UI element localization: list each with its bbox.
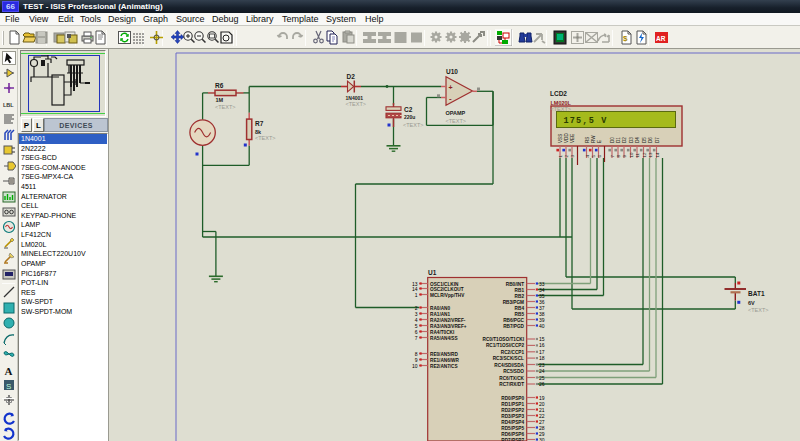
svg-text:220u: 220u xyxy=(404,114,415,120)
svg-text:<TEXT>: <TEXT> xyxy=(446,118,466,124)
svg-text:24: 24 xyxy=(539,368,545,374)
svg-text:D5: D5 xyxy=(642,137,647,143)
svg-text:RC4/SDI/SDA: RC4/SDI/SDA xyxy=(494,363,524,368)
svg-text:LCD2: LCD2 xyxy=(550,90,567,97)
svg-text:RD2/PSP2: RD2/PSP2 xyxy=(501,408,524,413)
svg-text:D2: D2 xyxy=(622,137,627,143)
svg-text:7: 7 xyxy=(415,335,418,341)
svg-text:RA3/AN3/VREF+: RA3/AN3/VREF+ xyxy=(430,324,467,329)
svg-text:RE2/AN7/CS: RE2/AN7/CS xyxy=(430,364,458,369)
svg-text:<TEXT>: <TEXT> xyxy=(403,122,423,128)
svg-text:175,5 V: 175,5 V xyxy=(564,116,608,126)
svg-text:RD3/PSP3: RD3/PSP3 xyxy=(501,414,524,419)
svg-text:MCLR/Vpp/THV: MCLR/Vpp/THV xyxy=(430,293,465,298)
svg-text:13: 13 xyxy=(648,152,653,157)
svg-text:-: - xyxy=(449,94,452,103)
svg-text:RC5/SDO: RC5/SDO xyxy=(503,369,524,374)
svg-text:10: 10 xyxy=(412,363,418,369)
svg-text:RC0/T1OSO/T1CKI: RC0/T1OSO/T1CKI xyxy=(483,337,524,342)
svg-text:RD5/PSP5: RD5/PSP5 xyxy=(501,426,524,431)
svg-text:RS: RS xyxy=(585,137,590,143)
svg-text:VSS: VSS xyxy=(558,134,563,143)
svg-text:<TEXT>: <TEXT> xyxy=(215,104,235,110)
svg-text:1: 1 xyxy=(415,292,418,298)
svg-text:E: E xyxy=(597,140,602,143)
svg-text:OPAMP: OPAMP xyxy=(446,110,466,116)
svg-text:LBL: LBL xyxy=(3,101,14,107)
svg-text:U10: U10 xyxy=(446,68,458,75)
svg-text:RC2/CCP1: RC2/CCP1 xyxy=(501,350,525,355)
svg-text:RA5/AN4/SS: RA5/AN4/SS xyxy=(430,336,458,341)
svg-text:12: 12 xyxy=(642,152,647,157)
svg-text:17: 17 xyxy=(539,349,545,355)
svg-text:RD4/PSP4: RD4/PSP4 xyxy=(501,420,524,425)
svg-text:<TEXT>: <TEXT> xyxy=(346,101,366,107)
svg-text:A: A xyxy=(5,364,13,376)
svg-text:26: 26 xyxy=(539,381,545,387)
svg-text:RB3/PGM: RB3/PGM xyxy=(503,300,524,305)
svg-text:RC6/TX/CK: RC6/TX/CK xyxy=(499,376,524,381)
svg-text:RD1/PSP1: RD1/PSP1 xyxy=(501,402,524,407)
svg-text:AR: AR xyxy=(656,35,666,42)
svg-text:10: 10 xyxy=(629,152,634,157)
svg-text:LM020L: LM020L xyxy=(551,100,572,106)
svg-text:OSC2/CLKOUT: OSC2/CLKOUT xyxy=(430,287,464,292)
svg-text:RD7/PSP7: RD7/PSP7 xyxy=(501,438,524,441)
svg-text:D0: D0 xyxy=(610,137,615,143)
svg-text:D1: D1 xyxy=(616,137,621,143)
svg-text:<TEXT>: <TEXT> xyxy=(748,307,768,313)
svg-text:RA4/T0CKI: RA4/T0CKI xyxy=(430,330,454,335)
svg-text:VDD: VDD xyxy=(564,133,569,143)
svg-text:VEE: VEE xyxy=(570,134,575,143)
svg-text:RA2/AN2/VREF-: RA2/AN2/VREF- xyxy=(430,318,466,323)
svg-text:+: + xyxy=(449,84,453,91)
svg-text:RD0/PSP0: RD0/PSP0 xyxy=(501,396,524,401)
svg-text:S: S xyxy=(6,381,11,390)
svg-text:D4: D4 xyxy=(635,137,640,143)
svg-text:R6: R6 xyxy=(215,82,224,89)
svg-text:BAT1: BAT1 xyxy=(748,290,765,297)
svg-text:D3: D3 xyxy=(629,137,634,143)
svg-text:RE0/AN5/RD: RE0/AN5/RD xyxy=(430,352,458,357)
svg-text:11: 11 xyxy=(635,152,640,157)
svg-text:40: 40 xyxy=(539,323,545,329)
svg-text:RW: RW xyxy=(591,135,596,143)
svg-text:RC1/T1OSI/CCP2: RC1/T1OSI/CCP2 xyxy=(486,343,524,348)
svg-text:D7: D7 xyxy=(655,137,660,143)
svg-text:30: 30 xyxy=(539,437,545,441)
svg-text:$: $ xyxy=(623,34,628,43)
svg-text:D2: D2 xyxy=(347,73,356,80)
svg-text:<TEXT>: <TEXT> xyxy=(255,135,275,141)
svg-text:R7: R7 xyxy=(255,120,264,127)
svg-text:RB4: RB4 xyxy=(515,306,525,311)
svg-text:RC3/SCK/SCL: RC3/SCK/SCL xyxy=(493,356,524,361)
svg-text:18: 18 xyxy=(539,355,545,361)
svg-text:C2: C2 xyxy=(404,106,413,113)
svg-text:RB7/PGD: RB7/PGD xyxy=(503,324,524,329)
svg-text:15: 15 xyxy=(539,336,545,342)
svg-text:RA1/AN1: RA1/AN1 xyxy=(430,312,450,317)
svg-text:RC7/RX/DT: RC7/RX/DT xyxy=(499,382,524,387)
svg-text:6V: 6V xyxy=(748,300,755,306)
svg-text:RB2: RB2 xyxy=(515,294,525,299)
svg-text:RE1/AN6/WR: RE1/AN6/WR xyxy=(430,358,460,363)
svg-text:U1: U1 xyxy=(428,269,437,276)
svg-text:1M: 1M xyxy=(216,97,224,103)
svg-text:RB6/PGC: RB6/PGC xyxy=(503,318,524,323)
svg-text:RB5: RB5 xyxy=(515,312,525,317)
svg-text:14: 14 xyxy=(655,152,660,157)
svg-text:RD6/PSP6: RD6/PSP6 xyxy=(501,432,524,437)
svg-text:D6: D6 xyxy=(648,137,653,143)
svg-text:RB0/INT: RB0/INT xyxy=(506,282,524,287)
svg-text:RB1: RB1 xyxy=(515,288,525,293)
svg-text:<TEXT>: <TEXT> xyxy=(551,106,571,112)
svg-text:25: 25 xyxy=(539,375,545,381)
svg-text:23: 23 xyxy=(539,362,545,368)
svg-text:RA0/AN0: RA0/AN0 xyxy=(430,306,450,311)
svg-text:16: 16 xyxy=(539,342,545,348)
